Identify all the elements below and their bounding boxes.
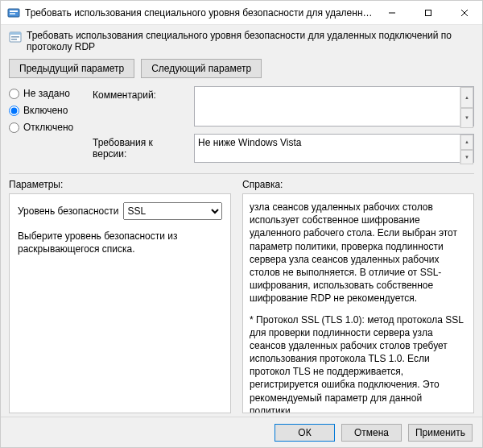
svg-rect-9 [11, 36, 19, 38]
radio-disabled-label: Отключено [23, 122, 73, 133]
help-section-label: Справка: [242, 179, 474, 190]
app-icon [7, 6, 20, 19]
help-paragraph: узла сеансов удаленных рабочих столов ис… [250, 201, 467, 305]
radio-enabled[interactable]: Включено [9, 105, 89, 116]
next-setting-button[interactable]: Следующий параметр [141, 59, 262, 78]
parameters-pane: Уровень безопасности SSL Выберите уровен… [9, 193, 231, 413]
security-level-label: Уровень безопасности [18, 205, 118, 217]
radio-enabled-label: Включено [23, 105, 68, 116]
policy-title: Требовать использования специального уро… [27, 30, 474, 52]
window-title: Требовать использования специального уро… [25, 7, 374, 19]
svg-rect-8 [10, 32, 21, 35]
svg-rect-4 [425, 10, 431, 15]
section-labels: Параметры: Справка: [9, 179, 474, 190]
supported-row: Требования к версии: ▲▼ [93, 134, 474, 165]
close-button[interactable] [446, 1, 482, 24]
radio-enabled-input[interactable] [9, 106, 19, 116]
radio-not-configured[interactable]: Не задано [9, 88, 89, 99]
apply-button[interactable]: Применить [408, 424, 473, 442]
previous-setting-button[interactable]: Предыдущий параметр [9, 59, 134, 78]
security-level-select[interactable]: SSL [123, 202, 222, 220]
window-controls [374, 1, 482, 24]
comment-label: Комментарий: [93, 86, 189, 129]
svg-rect-1 [10, 10, 18, 12]
radio-disabled-input[interactable] [9, 122, 19, 133]
dialog-content: Требовать использования специального уро… [1, 25, 482, 417]
help-pane[interactable]: узла сеансов удаленных рабочих столов ис… [242, 193, 474, 413]
nav-row: Предыдущий параметр Следующий параметр [9, 59, 474, 78]
state-radio-group: Не задано Включено Отключено [9, 86, 89, 165]
supported-scroll[interactable]: ▲▼ [460, 135, 473, 164]
minimize-button[interactable] [374, 1, 410, 24]
params-section-label: Параметры: [9, 179, 231, 190]
policy-icon [9, 31, 22, 44]
cancel-button[interactable]: Отмена [341, 424, 402, 442]
ok-button[interactable]: ОК [275, 424, 335, 442]
security-level-hint: Выберите уровень безопасности из раскрыв… [18, 230, 222, 255]
svg-rect-10 [11, 39, 17, 40]
dialog-buttons: ОК Отмена Применить [1, 417, 482, 447]
svg-rect-2 [10, 13, 15, 15]
security-level-row: Уровень безопасности SSL [18, 202, 222, 220]
title-bar: Требовать использования специального уро… [1, 1, 482, 25]
radio-not-configured-input[interactable] [9, 89, 19, 99]
supported-label: Требования к версии: [93, 134, 189, 165]
radio-disabled[interactable]: Отключено [9, 122, 89, 133]
fields-column: Комментарий: ▲▼ Требования к версии: ▲▼ [93, 86, 474, 165]
maximize-button[interactable] [410, 1, 446, 24]
settings-block: Не задано Включено Отключено Комментарий… [9, 86, 474, 165]
separator [9, 173, 474, 174]
policy-header: Требовать использования специального уро… [9, 30, 474, 52]
help-paragraph: * Протокол SSL (TLS 1.0): метод протокол… [250, 313, 467, 414]
radio-not-configured-label: Не задано [23, 88, 70, 99]
comment-scroll[interactable]: ▲▼ [460, 87, 473, 128]
comment-input[interactable] [194, 86, 474, 127]
lower-row: Уровень безопасности SSL Выберите уровен… [9, 193, 474, 413]
supported-input [194, 134, 474, 163]
comment-row: Комментарий: ▲▼ [93, 86, 474, 129]
